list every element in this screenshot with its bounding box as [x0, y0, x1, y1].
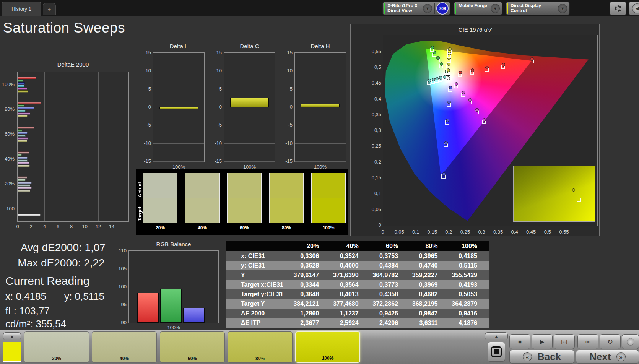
grid-line	[58, 72, 58, 221]
reference-color-swatch[interactable]	[3, 342, 21, 362]
settings-button[interactable]	[610, 2, 626, 15]
colorspace-badge[interactable]: 709	[436, 2, 449, 15]
back-button[interactable]: « Back	[509, 350, 574, 364]
strip-swatch-label: 80%	[269, 225, 304, 231]
grid-line	[153, 161, 204, 162]
y-tick-label: 0	[282, 104, 293, 110]
table-row: ΔE 20001,28601,12370,94250,98470,9416	[226, 309, 489, 318]
next-button[interactable]: Next »	[576, 350, 639, 364]
patch-button-20%[interactable]: 20%	[24, 332, 89, 363]
de2000-bar	[18, 159, 28, 162]
y-tick-label: 5	[211, 86, 222, 92]
record-button[interactable]	[622, 334, 639, 349]
delta-l-chart: 151050-5-10-15	[153, 52, 205, 162]
meter-selector[interactable]: X-Rite i1Pro 3 Direct View ▼ 709	[382, 2, 450, 15]
current-cdm2: cd/m²: 355,54	[5, 318, 66, 330]
y-tick-label: 5	[140, 86, 151, 92]
single-measure-button[interactable]: [··]	[554, 334, 575, 349]
cie-y-tick-label: 0,4	[365, 96, 381, 102]
cie-y-tick-label: 0,2	[365, 159, 381, 165]
strip-swatch-label: 40%	[185, 225, 220, 231]
cie-y-tick-label: 0,45	[365, 80, 381, 86]
patch-control-bar: ▲ 20%40%60%80%100% ▲ ■ ▶ [··] ∞ ↻ « Back…	[0, 330, 639, 364]
de2000-bar	[18, 129, 22, 132]
y-tick-label: -15	[282, 158, 293, 164]
inset-target-point	[577, 198, 581, 202]
cie-y-tick-label: 0,15	[365, 175, 381, 180]
actual-label: Actual	[137, 176, 143, 203]
source-selector[interactable]: Mobile Forge ▼	[454, 2, 502, 15]
back-chevron-icon: «	[523, 352, 532, 361]
continuous-measure-button[interactable]: ∞	[577, 334, 598, 349]
cie-x-tick-label: 0,4	[508, 229, 522, 235]
patch-button-40%[interactable]: 40%	[92, 332, 157, 363]
cie-measured-green	[436, 56, 440, 60]
stop-button[interactable]: ■	[509, 334, 530, 349]
de2000-bar	[18, 80, 23, 82]
actual-target-strip: Actual Target 20%40%60%80%100%	[136, 169, 348, 235]
play-button[interactable]: ▶	[532, 334, 553, 349]
strip-swatch-40%	[185, 173, 220, 223]
grid-line	[129, 269, 218, 269]
chevron-down-icon[interactable]: ▼	[491, 4, 500, 13]
grid-line	[153, 89, 204, 89]
de2000-bar	[18, 112, 30, 115]
page-title: Saturation Sweeps	[3, 20, 125, 36]
strip-actual-half	[185, 173, 219, 198]
chevron-down-icon[interactable]: ▼	[423, 4, 432, 13]
x-tick-label: 10	[80, 224, 90, 229]
display-control-selector[interactable]: Direct Display Control ▼	[506, 2, 570, 15]
cie-measured-cyan	[428, 79, 431, 82]
delta-c-title: Delta C	[216, 43, 283, 49]
y-tick-label: -5	[282, 122, 293, 128]
de2000-bar	[18, 107, 34, 109]
strip-swatch-80%	[269, 173, 304, 223]
patch-list-up-button[interactable]: ▲	[3, 332, 21, 340]
y-tick-label: 110	[115, 248, 127, 253]
up-arrow-icon: ▲	[494, 334, 498, 338]
cie-x-tick-label: 0,55	[557, 229, 571, 235]
patch-button-80%[interactable]: 80%	[228, 332, 293, 363]
y-tick-label: 10	[282, 68, 293, 73]
strip-target-half	[185, 198, 219, 223]
rgb-bar-green	[160, 289, 182, 323]
cie-measured-red	[530, 57, 534, 61]
de2000-bar	[18, 176, 27, 179]
cie-measured-yellow	[447, 62, 450, 66]
de2000-bar	[18, 151, 29, 154]
de2000-bar	[18, 82, 25, 84]
delta-h-xlabel: 100%	[294, 164, 346, 170]
strip-swatch-20%	[143, 173, 177, 223]
y-tick-label: -10	[282, 140, 293, 146]
de2000-bar	[18, 90, 28, 93]
cie-zoom-inset	[513, 166, 595, 222]
collapse-panel-button[interactable]: ◀	[629, 2, 639, 15]
loop-button[interactable]: ↻	[600, 334, 621, 349]
cie-y-tick-label: 0,3	[365, 127, 381, 133]
controls-up-button[interactable]: ▲	[485, 332, 508, 340]
de2000-bar	[18, 132, 28, 134]
stop-icon: ■	[518, 338, 522, 345]
x-tick-label: 12	[93, 224, 104, 229]
grid-line	[98, 72, 99, 221]
y-tick-label: -15	[140, 158, 151, 164]
cie-y-tick-label: 0,55	[365, 49, 381, 54]
grid-line	[153, 71, 204, 71]
table-header-row: 20%40%60%80%100%	[226, 241, 489, 251]
group-label: 80%	[0, 106, 15, 112]
chevron-down-icon[interactable]: ▼	[558, 4, 567, 13]
de2000-bar	[18, 179, 26, 181]
tab-history-1[interactable]: History 1	[2, 2, 41, 16]
app-window: History 1 + X-Rite i1Pro 3 Direct View ▼…	[0, 0, 639, 364]
top-tab-bar: History 1 + X-Rite i1Pro 3 Direct View ▼…	[0, 0, 639, 16]
grid-line	[31, 72, 31, 221]
table-row: Target y:CIE310,36480,40130,43580,46820,…	[226, 289, 489, 299]
cie-measured-green	[431, 46, 434, 49]
patch-button-60%[interactable]: 60%	[160, 332, 225, 363]
add-tab-button[interactable]: +	[43, 3, 56, 15]
patch-button-100%[interactable]: 100%	[295, 332, 360, 363]
cie-y-tick-label: 0,1	[365, 190, 381, 196]
cie-measured-magenta	[468, 98, 472, 102]
strip-swatch-label: 60%	[227, 225, 262, 231]
patch-window-button[interactable]	[488, 342, 505, 362]
